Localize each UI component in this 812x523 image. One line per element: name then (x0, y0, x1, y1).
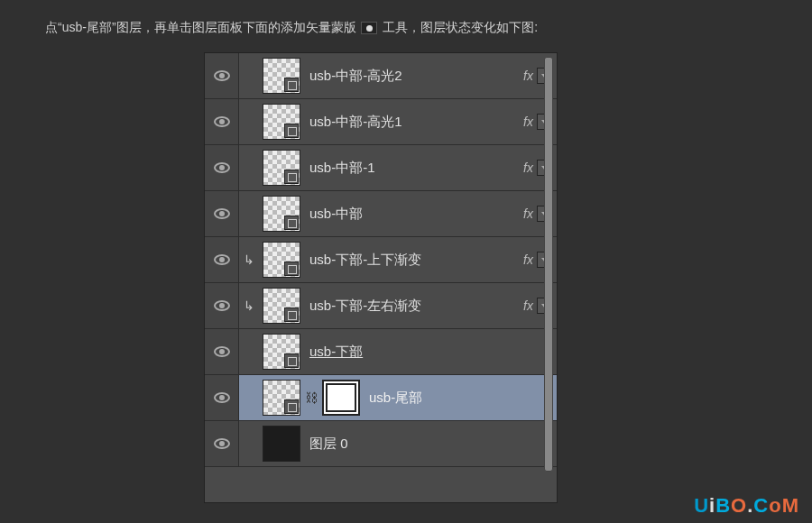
vector-badge-icon (284, 124, 299, 138)
layer-thumbnail[interactable] (263, 426, 300, 462)
vector-badge-icon (284, 307, 299, 322)
fx-label: fx (523, 115, 537, 129)
eye-icon (214, 300, 230, 311)
layer-thumbnail[interactable] (263, 150, 300, 186)
layer-name-label[interactable]: usb-下部-左右渐变 (300, 298, 523, 315)
watermark: UiBO.CoM (694, 494, 799, 518)
clip-indicator (239, 329, 259, 374)
layers-list: usb-中部-高光2fxusb-中部-高光1fxusb-中部-1fxusb-中部… (205, 53, 557, 467)
vector-badge-icon (284, 216, 299, 230)
visibility-toggle[interactable] (205, 99, 239, 144)
layer-thumbnail[interactable] (263, 288, 300, 324)
eye-icon (214, 162, 230, 173)
layer-name-label[interactable]: usb-中部-高光2 (300, 68, 523, 85)
vector-mask-icon (361, 22, 377, 34)
visibility-toggle[interactable] (205, 53, 239, 98)
clip-indicator (239, 375, 259, 420)
visibility-toggle[interactable] (205, 329, 239, 374)
instruction-text: 点“usb-尾部”图层，再单击图层面板下面的添加矢量蒙版 工具，图层状态变化如下… (0, 0, 812, 37)
panel-scrollbar[interactable] (544, 57, 553, 472)
layer-thumbnail[interactable] (263, 196, 300, 232)
link-icon[interactable]: ⛓ (304, 390, 318, 405)
layer-row[interactable]: usb-下部 (205, 329, 557, 375)
eye-icon (214, 254, 230, 265)
vector-badge-icon (284, 78, 299, 92)
layer-row[interactable]: usb-中部-高光1fx (205, 99, 557, 145)
eye-icon (214, 392, 230, 403)
layer-row[interactable]: usb-中部-1fx (205, 145, 557, 191)
eye-icon (214, 208, 230, 219)
visibility-toggle[interactable] (205, 191, 239, 236)
layer-row[interactable]: usb-中部fx (205, 191, 557, 237)
fx-label: fx (523, 206, 537, 221)
visibility-toggle[interactable] (205, 375, 239, 420)
layer-row[interactable]: ↳usb-下部-左右渐变fx (205, 283, 557, 329)
instruction-part2: 工具，图层状态变化如下图: (383, 20, 538, 34)
layer-name-label[interactable]: 图层 0 (300, 436, 557, 453)
layers-panel: usb-中部-高光2fxusb-中部-高光1fxusb-中部-1fxusb-中部… (204, 52, 558, 503)
fx-label: fx (523, 252, 537, 267)
layer-name-label[interactable]: usb-下部 (300, 344, 557, 361)
layer-thumbnail[interactable] (263, 242, 300, 278)
layer-name-label[interactable]: usb-中部-1 (300, 160, 523, 177)
mask-thumbnail[interactable] (322, 380, 360, 416)
layer-row[interactable]: usb-中部-高光2fx (205, 53, 557, 99)
vector-badge-icon (284, 170, 299, 184)
clip-indicator: ↳ (239, 237, 259, 282)
clip-indicator (239, 421, 259, 466)
fx-label: fx (523, 69, 537, 83)
eye-icon (214, 70, 230, 81)
clip-indicator (239, 53, 259, 98)
clip-indicator (239, 99, 259, 144)
visibility-toggle[interactable] (205, 283, 239, 328)
layer-row[interactable]: ↳usb-下部-上下渐变fx (205, 237, 557, 283)
layer-thumbnail[interactable] (263, 104, 300, 140)
layer-thumbnail[interactable] (263, 334, 300, 370)
instruction-part1: 点“usb-尾部”图层，再单击图层面板下面的添加矢量蒙版 (45, 20, 356, 34)
layer-name-label[interactable]: usb-尾部 (360, 390, 557, 407)
vector-badge-icon (284, 399, 299, 414)
layer-row[interactable]: ⛓usb-尾部 (205, 375, 557, 421)
layer-thumbnail[interactable] (263, 380, 300, 416)
vector-badge-icon (284, 262, 299, 276)
clip-indicator (239, 145, 259, 190)
layer-thumbnail[interactable] (263, 58, 300, 94)
eye-icon (214, 346, 230, 357)
layer-row[interactable]: 图层 0 (205, 421, 557, 467)
visibility-toggle[interactable] (205, 145, 239, 190)
layer-name-label[interactable]: usb-中部-高光1 (300, 114, 523, 131)
layer-name-label[interactable]: usb-中部 (300, 206, 523, 223)
vector-badge-icon (284, 353, 299, 368)
layer-name-label[interactable]: usb-下部-上下渐变 (300, 252, 523, 269)
fx-label: fx (523, 298, 537, 313)
visibility-toggle[interactable] (205, 421, 239, 466)
eye-icon (214, 438, 230, 449)
eye-icon (214, 116, 230, 127)
clip-indicator (239, 191, 259, 236)
fx-label: fx (523, 161, 537, 175)
clip-indicator: ↳ (239, 283, 259, 328)
visibility-toggle[interactable] (205, 237, 239, 282)
